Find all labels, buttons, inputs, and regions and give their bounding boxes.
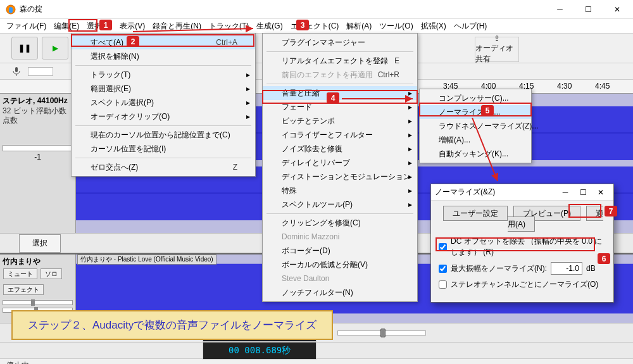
menu-edit[interactable]: 編集(E) [50, 19, 83, 34]
menu-transport[interactable]: 録音と再生(N) [149, 19, 205, 34]
menu-effect-plugin[interactable]: プラグインマネージャー [263, 35, 417, 49]
menu-generate[interactable]: 生成(G) [253, 19, 286, 34]
status-text: 停止中。 [6, 360, 37, 364]
menu-effect-realtime[interactable]: リアルタイムエフェクトを登録E [263, 54, 417, 68]
preset-button[interactable]: ユーザー設定 [443, 206, 508, 221]
solo-button[interactable]: ソロ [41, 268, 62, 279]
menu-select-cursor[interactable]: 現在のカーソル位置から記憶位置まで(C) [72, 128, 255, 142]
menu-volume-amplify[interactable]: 増幅(A)... [420, 133, 531, 147]
pause-button[interactable]: ❚❚ [11, 37, 38, 60]
badge-4: 4 [327, 92, 339, 103]
effect-dropdown: プラグインマネージャー リアルタイムエフェクトを登録E 前回のエフェクトを再適用… [262, 33, 418, 302]
menu-effect-volume[interactable]: 音量と圧縮▸ [263, 86, 417, 100]
select-dropdown: すべて(A)Ctrl+A 選択を解除(N) トラック(T)▸ 範囲選択(E)▸ … [71, 33, 256, 177]
menu-effect-distort[interactable]: ディストーションとモジュレーション▸ [263, 170, 417, 184]
menu-effect-repeat: 前回のエフェクトを再適用Ctrl+R [263, 68, 417, 82]
menu-select-all[interactable]: すべて(A)Ctrl+A [72, 35, 255, 49]
dc-offset-checkbox[interactable] [439, 243, 447, 251]
dialog-maximize[interactable]: ☐ [574, 188, 592, 197]
stereo-checkbox[interactable] [439, 280, 447, 289]
window-title: 森の掟 [20, 4, 546, 15]
normalize-value-input[interactable] [551, 262, 582, 275]
playback-slider[interactable] [337, 330, 426, 336]
record-meter [28, 67, 53, 76]
menu-effect-fade[interactable]: フェード▸ [263, 100, 417, 114]
menu-effect-notch[interactable]: ノッチフィルター(N) [263, 286, 417, 299]
clip-label[interactable]: 竹内まりや - Plastic Love (Official Music Vid… [77, 254, 216, 265]
menu-select-zerocross[interactable]: ゼロ交点へ(Z)Z [72, 160, 255, 174]
menu-effect-vocal[interactable]: ボーカルの低減と分離(V) [263, 258, 417, 272]
share-icon: ⇪ [494, 34, 500, 43]
menu-effect-steve: Steve Daulton [263, 272, 417, 286]
menu-effect-clipfix[interactable]: クリッピングを修復(C) [263, 216, 417, 230]
select-button[interactable]: 選択 [19, 234, 61, 253]
menu-select-track[interactable]: トラック(T)▸ [72, 68, 255, 82]
menu-effect-vocoder[interactable]: ボコーダー(D) [263, 244, 417, 258]
microphone-icon [11, 66, 22, 77]
badge-3: 3 [296, 20, 309, 30]
maximize-button[interactable]: ☐ [574, 0, 603, 18]
dialog-minimize[interactable]: ─ [556, 188, 574, 197]
title-bar: 森の掟 ─ ☐ ✕ [0, 0, 633, 19]
menu-effect-special[interactable]: 特殊▸ [263, 184, 417, 198]
menu-effect-pitch[interactable]: ピッチとテンポ▸ [263, 114, 417, 128]
menu-effect-delay[interactable]: ディレイとリバーブ▸ [263, 156, 417, 170]
menu-volume-normalize[interactable]: ノーマライズ(Z)... [420, 105, 531, 119]
menu-volume-compressor[interactable]: コンプレッサー(C)... [420, 91, 531, 105]
badge-6: 6 [598, 253, 610, 264]
menu-help[interactable]: ヘルプ(H) [450, 19, 491, 34]
menu-volume-autoduck[interactable]: 自動ダッキング(K)... [420, 147, 531, 161]
normalize-dialog: ノーマライズ(&Z) ─ ☐ ✕ ユーザー設定 プレビュー(P) 適用(A) D… [430, 184, 614, 303]
dialog-title: ノーマライズ(&Z) [435, 187, 556, 198]
menu-view[interactable]: 表示(V) [116, 19, 149, 34]
time-selection-end[interactable]: 00 008.689秒 [203, 342, 316, 360]
track-1-panel[interactable]: ステレオ, 44100Hz 32 ビット浮動小数点数 -1 [0, 94, 76, 233]
menu-effect-spectral[interactable]: スペクトルツール(P)▸ [263, 198, 417, 211]
badge-5: 5 [481, 105, 494, 116]
app-logo [6, 4, 16, 15]
menu-effect-noise[interactable]: ノイズ除去と修復▸ [263, 142, 417, 156]
normalize-checkbox[interactable] [439, 265, 447, 273]
dialog-close[interactable]: ✕ [592, 188, 610, 197]
badge-7: 7 [605, 206, 617, 217]
menu-analyze[interactable]: 解析(A) [342, 19, 375, 34]
bottom-bar-2: 00 008.689秒 [0, 342, 633, 358]
effect-button[interactable]: エフェクト [3, 284, 44, 295]
menu-select-memcursor[interactable]: カーソル位置を記憶(I) [72, 142, 255, 156]
tutorial-caption: ステップ２、Audacityで複数の音声ファイルをノーマライズ [11, 310, 333, 340]
menu-effect-dominic: Dominic Mazzoni [263, 230, 417, 244]
menu-select-clip[interactable]: オーディオクリップ(O)▸ [72, 110, 255, 123]
close-button[interactable]: ✕ [603, 0, 631, 18]
menu-volume-loudness[interactable]: ラウドネスノーマライズ(Z)... [420, 119, 531, 133]
menu-tools[interactable]: ツール(O) [375, 19, 417, 34]
menu-tracks[interactable]: トラック(T) [205, 19, 253, 34]
badge-2: 2 [127, 36, 139, 47]
volume-submenu: コンプレッサー(C)... ノーマライズ(Z)... ラウドネスノーマライズ(Z… [419, 89, 532, 163]
play-button[interactable]: ▶ [42, 37, 68, 60]
menu-file[interactable]: ファイル(F) [3, 19, 50, 34]
badge-1: 1 [99, 20, 112, 30]
mute-button[interactable]: ミュート [3, 268, 37, 279]
audio-share-button[interactable]: ⇪ オーディオ共有 [475, 37, 519, 62]
menu-extra[interactable]: 拡張(X) [417, 19, 450, 34]
menu-effect[interactable]: エフェクト(C) [287, 19, 343, 34]
minimize-button[interactable]: ─ [546, 0, 574, 18]
menu-effect-eq[interactable]: イコライザーとフィルター▸ [263, 128, 417, 142]
menu-select-none[interactable]: 選択を解除(N) [72, 49, 255, 63]
menu-bar: ファイル(F) 編集(E) 選択(S) 表示(V) 録音と再生(N) トラック(… [0, 19, 633, 33]
menu-select-spectral[interactable]: スペクトル選択(P)▸ [72, 96, 255, 110]
svg-rect-1 [15, 67, 18, 72]
menu-select-range[interactable]: 範囲選択(E)▸ [72, 82, 255, 96]
